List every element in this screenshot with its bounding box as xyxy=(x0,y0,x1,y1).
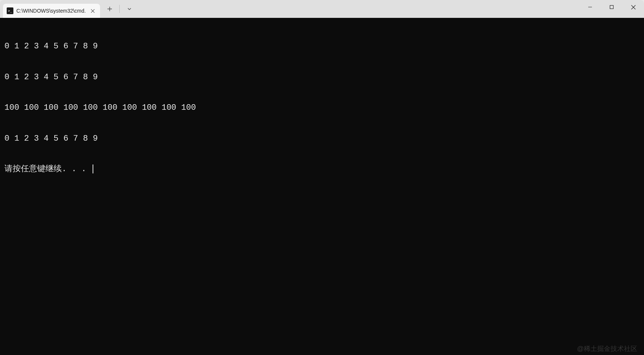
terminal-line: 0 1 2 3 4 5 6 7 8 9 xyxy=(4,134,640,144)
watermark: @稀土掘金技术社区 xyxy=(577,345,637,353)
tab-title: C:\WINDOWS\system32\cmd. xyxy=(16,8,86,14)
minimize-icon xyxy=(588,5,592,9)
titlebar[interactable]: C:\WINDOWS\system32\cmd. xyxy=(0,0,644,18)
maximize-icon xyxy=(609,5,614,9)
minimize-button[interactable] xyxy=(579,0,601,14)
terminal-body[interactable]: 0 1 2 3 4 5 6 7 8 9 0 1 2 3 4 5 6 7 8 9 … xyxy=(0,18,644,355)
close-icon xyxy=(91,9,95,13)
terminal-line: 0 1 2 3 4 5 6 7 8 9 xyxy=(4,41,640,52)
maximize-button[interactable] xyxy=(601,0,622,14)
tab-cmd[interactable]: C:\WINDOWS\system32\cmd. xyxy=(3,4,100,18)
close-icon xyxy=(631,5,636,10)
terminal-prompt-line: 请按任意键继续. . . xyxy=(4,164,640,175)
terminal-line: 100 100 100 100 100 100 100 100 100 100 xyxy=(4,103,640,113)
terminal-line: 0 1 2 3 4 5 6 7 8 9 xyxy=(4,72,640,83)
chevron-down-icon xyxy=(127,7,132,11)
window-controls xyxy=(579,0,644,18)
svg-rect-0 xyxy=(610,6,614,9)
terminal-prompt-text: 请按任意键继续. . . xyxy=(4,164,91,174)
terminal-window: C:\WINDOWS\system32\cmd. xyxy=(0,0,644,355)
cursor xyxy=(93,164,93,173)
tabs-area: C:\WINDOWS\system32\cmd. xyxy=(3,0,136,18)
divider xyxy=(119,5,120,13)
tab-close-button[interactable] xyxy=(89,7,97,15)
close-window-button[interactable] xyxy=(622,0,644,14)
new-tab-button[interactable] xyxy=(103,3,116,15)
tab-dropdown-button[interactable] xyxy=(123,3,136,15)
tab-toolbar xyxy=(100,0,136,18)
cmd-icon xyxy=(7,7,13,14)
plus-icon xyxy=(107,6,112,12)
